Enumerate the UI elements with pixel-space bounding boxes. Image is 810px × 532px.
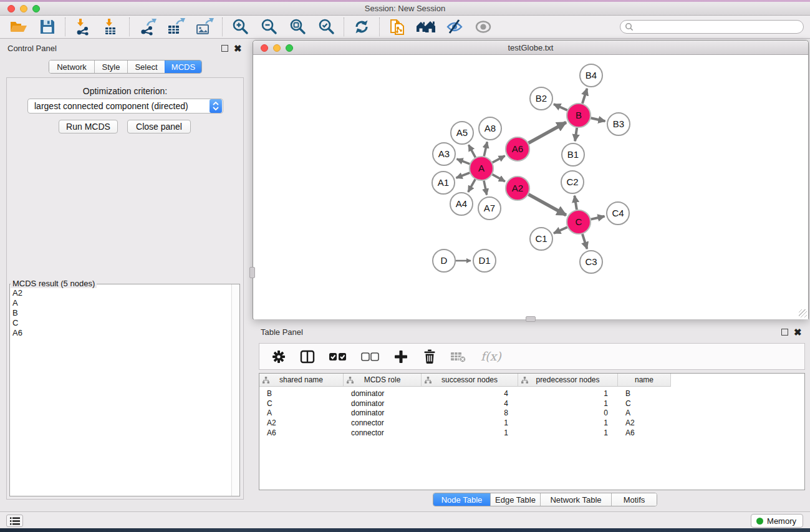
graph-node-B4[interactable]: B4	[580, 64, 602, 87]
graph-node-A[interactable]: A	[470, 157, 493, 180]
column-header-successor-nodes[interactable]: successor nodes	[422, 374, 518, 387]
node-table[interactable]: shared nameMCDS rolesuccessor nodesprede…	[259, 373, 805, 490]
network-graph[interactable]: B4B2BB3A8A5A6A3B1AC2A1A2A4A7C4CC1C3DD1	[254, 56, 808, 319]
edge-B-B3[interactable]	[591, 118, 605, 121]
memory-button[interactable]: Memory	[751, 514, 803, 528]
mcds-result-item[interactable]: C	[12, 318, 22, 328]
graph-node-B2[interactable]: B2	[530, 87, 552, 110]
export-network-icon[interactable]	[137, 17, 157, 36]
edge-A-A4[interactable]	[468, 179, 475, 191]
save-session-icon[interactable]	[37, 17, 57, 36]
mcds-result-item[interactable]: A6	[12, 328, 22, 338]
column-header-shared-name[interactable]: shared name	[259, 374, 344, 387]
table-options-gear-icon[interactable]	[271, 349, 287, 365]
zoom-fit-icon[interactable]	[287, 17, 307, 36]
export-image-icon[interactable]	[195, 17, 215, 36]
edge-C-C2[interactable]	[574, 196, 577, 210]
tab-select[interactable]: Select	[127, 60, 165, 73]
splitter-handle-left[interactable]	[249, 267, 255, 278]
graph-node-A6[interactable]: A6	[506, 137, 529, 161]
tab-mcds[interactable]: MCDS	[165, 60, 201, 73]
graph-node-A1[interactable]: A1	[432, 172, 455, 194]
import-table-icon[interactable]	[102, 17, 122, 36]
run-mcds-button[interactable]: Run MCDS	[59, 120, 118, 133]
zoom-in-icon[interactable]	[230, 17, 250, 36]
graph-node-D[interactable]: D	[433, 249, 455, 272]
zoom-out-icon[interactable]	[259, 17, 279, 36]
graph-node-A4[interactable]: A4	[450, 193, 473, 215]
main-titlebar[interactable]: Session: New Session	[0, 2, 810, 16]
edge-A-A5[interactable]	[469, 145, 476, 157]
refresh-icon[interactable]	[352, 17, 372, 36]
edge-C-C4[interactable]	[591, 216, 605, 220]
window-resize-grip[interactable]	[799, 309, 807, 317]
column-header-MCDS-role[interactable]: MCDS role	[344, 374, 422, 387]
search-input[interactable]	[620, 20, 804, 34]
function-builder-icon[interactable]: f(x)	[479, 349, 504, 365]
graph-node-B1[interactable]: B1	[562, 143, 584, 166]
close-panel-button[interactable]: Close panel	[127, 120, 191, 133]
add-column-icon[interactable]	[393, 349, 409, 365]
mcds-result-box[interactable]: A2ABCA6	[9, 284, 240, 496]
graph-node-A7[interactable]: A7	[478, 197, 501, 220]
zoom-selected-icon[interactable]	[316, 17, 336, 36]
network-window-titlebar[interactable]: testGlobe.txt	[253, 41, 808, 55]
tab-network[interactable]: Network	[49, 60, 94, 73]
graph-node-C3[interactable]: C3	[580, 251, 602, 273]
edge-C-C3[interactable]	[582, 234, 587, 249]
column-header-predecessor-nodes[interactable]: predecessor nodes	[518, 374, 618, 387]
edge-A-A2[interactable]	[493, 175, 505, 181]
show-selected-eye-icon[interactable]	[473, 17, 493, 36]
edge-A6-B[interactable]	[529, 122, 566, 143]
tab-style[interactable]: Style	[94, 60, 127, 73]
edge-A-A8[interactable]	[484, 142, 487, 156]
deselect-all-checkboxes-icon[interactable]	[360, 349, 380, 365]
mcds-result-item[interactable]: B	[12, 308, 22, 318]
control-panel-close-icon[interactable]: ✖	[234, 45, 242, 52]
edge-B-B1[interactable]	[575, 128, 577, 141]
home-layout-icon[interactable]	[416, 17, 436, 36]
table-row-A[interactable]: Adominator80A	[259, 408, 671, 418]
tab-node-table[interactable]: Node Table	[433, 493, 490, 506]
network-canvas[interactable]: B4B2BB3A8A5A6A3B1AC2A1A2A4A7C4CC1C3DD1	[254, 56, 808, 319]
mcds-result-item[interactable]: A	[12, 298, 22, 308]
graph-node-C4[interactable]: C4	[607, 202, 629, 225]
mcds-result-item[interactable]: A2	[12, 288, 22, 298]
graph-node-D1[interactable]: D1	[473, 249, 496, 272]
edge-A2-C[interactable]	[529, 195, 566, 215]
edge-A-A7[interactable]	[484, 181, 487, 195]
graph-node-C1[interactable]: C1	[530, 228, 552, 250]
hide-selected-icon[interactable]	[445, 17, 465, 36]
import-network-icon[interactable]	[73, 17, 93, 36]
table-row-B[interactable]: Bdominator41B	[259, 389, 671, 399]
edge-B-B2[interactable]	[554, 104, 567, 110]
graph-node-B3[interactable]: B3	[607, 113, 630, 135]
graph-node-B[interactable]: B	[567, 104, 591, 127]
table-row-C[interactable]: Cdominator41C	[259, 399, 671, 409]
graph-node-A8[interactable]: A8	[479, 117, 501, 140]
graph-node-A2[interactable]: A2	[506, 177, 529, 200]
delete-table-icon[interactable]	[450, 349, 466, 365]
column-header-name[interactable]: name	[618, 374, 671, 387]
table-panel-close-icon[interactable]: ✖	[794, 329, 802, 336]
table-row-A2[interactable]: A2connector11A2	[259, 418, 671, 428]
toggle-columns-icon[interactable]	[299, 349, 316, 365]
control-panel-float-icon[interactable]	[221, 45, 228, 52]
task-history-button[interactable]	[6, 515, 23, 527]
edge-A-A1[interactable]	[456, 173, 470, 178]
graph-node-A3[interactable]: A3	[433, 143, 455, 165]
graph-node-C[interactable]: C	[567, 210, 591, 234]
edge-A-A6[interactable]	[493, 156, 505, 163]
graph-node-C2[interactable]: C2	[561, 171, 584, 193]
table-row-A6[interactable]: A6connector11A6	[259, 428, 671, 438]
tab-edge-table[interactable]: Edge Table	[490, 493, 540, 506]
edge-A-A3[interactable]	[457, 159, 470, 164]
export-table-icon[interactable]	[166, 17, 186, 36]
optimization-criterion-select[interactable]: largest connected component (directed)	[27, 99, 223, 114]
table-panel-float-icon[interactable]	[781, 329, 788, 336]
mcds-result-scrollbar[interactable]	[231, 284, 239, 496]
tab-motifs[interactable]: Motifs	[611, 493, 657, 506]
tab-network-table[interactable]: Network Table	[540, 493, 611, 506]
delete-column-trash-icon[interactable]	[422, 349, 438, 365]
select-all-checkboxes-icon[interactable]	[328, 349, 348, 365]
